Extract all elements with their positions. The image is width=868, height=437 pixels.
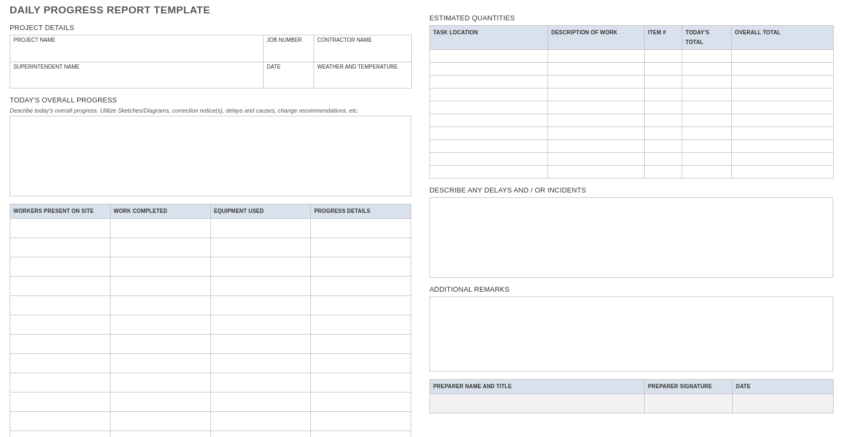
table-cell[interactable] bbox=[732, 101, 834, 114]
input-job-number[interactable] bbox=[264, 45, 314, 62]
table-cell[interactable] bbox=[311, 373, 411, 392]
table-cell[interactable] bbox=[210, 431, 311, 438]
table-cell[interactable] bbox=[110, 373, 210, 392]
table-cell[interactable] bbox=[682, 101, 732, 114]
table-cell[interactable] bbox=[732, 76, 834, 88]
table-cell[interactable] bbox=[10, 335, 111, 354]
table-cell[interactable] bbox=[645, 114, 682, 127]
table-cell[interactable] bbox=[430, 76, 548, 88]
table-cell[interactable] bbox=[548, 114, 645, 127]
table-cell[interactable] bbox=[110, 392, 210, 412]
table-cell[interactable] bbox=[732, 63, 834, 76]
table-cell[interactable] bbox=[430, 63, 548, 76]
table-cell[interactable] bbox=[548, 140, 645, 153]
table-cell[interactable] bbox=[311, 354, 411, 373]
table-cell[interactable] bbox=[110, 277, 210, 296]
table-cell[interactable] bbox=[210, 335, 311, 354]
table-cell[interactable] bbox=[311, 315, 411, 335]
table-cell[interactable] bbox=[430, 50, 548, 63]
table-cell[interactable] bbox=[10, 354, 111, 373]
table-cell[interactable] bbox=[732, 153, 834, 166]
table-cell[interactable] bbox=[548, 153, 645, 166]
table-cell[interactable] bbox=[311, 412, 411, 431]
table-cell[interactable] bbox=[430, 88, 548, 101]
table-cell[interactable] bbox=[210, 257, 311, 277]
table-cell[interactable] bbox=[210, 219, 311, 238]
table-cell[interactable] bbox=[548, 76, 645, 88]
table-cell[interactable] bbox=[430, 166, 548, 179]
table-cell[interactable] bbox=[682, 127, 732, 140]
table-cell[interactable] bbox=[645, 50, 682, 63]
table-cell[interactable] bbox=[110, 335, 210, 354]
table-cell[interactable] bbox=[732, 114, 834, 127]
preparer-date-cell[interactable] bbox=[733, 394, 834, 413]
table-cell[interactable] bbox=[110, 296, 210, 315]
table-cell[interactable] bbox=[311, 335, 411, 354]
table-cell[interactable] bbox=[732, 88, 834, 101]
table-cell[interactable] bbox=[430, 153, 548, 166]
table-cell[interactable] bbox=[311, 257, 411, 277]
table-cell[interactable] bbox=[10, 296, 111, 315]
table-cell[interactable] bbox=[311, 238, 411, 257]
input-contractor-name[interactable] bbox=[314, 45, 412, 62]
input-date[interactable] bbox=[264, 71, 314, 88]
table-cell[interactable] bbox=[682, 140, 732, 153]
table-cell[interactable] bbox=[682, 88, 732, 101]
table-cell[interactable] bbox=[548, 101, 645, 114]
input-project-name[interactable] bbox=[10, 45, 264, 62]
table-cell[interactable] bbox=[645, 76, 682, 88]
table-cell[interactable] bbox=[311, 277, 411, 296]
table-cell[interactable] bbox=[210, 296, 311, 315]
table-cell[interactable] bbox=[10, 412, 111, 431]
input-weather[interactable] bbox=[314, 71, 412, 88]
table-cell[interactable] bbox=[10, 238, 111, 257]
table-cell[interactable] bbox=[645, 101, 682, 114]
table-cell[interactable] bbox=[110, 219, 210, 238]
table-cell[interactable] bbox=[210, 277, 311, 296]
table-cell[interactable] bbox=[682, 76, 732, 88]
table-cell[interactable] bbox=[311, 431, 411, 438]
table-cell[interactable] bbox=[732, 166, 834, 179]
table-cell[interactable] bbox=[10, 431, 111, 438]
table-cell[interactable] bbox=[210, 392, 311, 412]
table-cell[interactable] bbox=[10, 392, 111, 412]
table-cell[interactable] bbox=[430, 140, 548, 153]
table-cell[interactable] bbox=[732, 50, 834, 63]
table-cell[interactable] bbox=[10, 219, 111, 238]
table-cell[interactable] bbox=[110, 238, 210, 257]
preparer-name-cell[interactable] bbox=[430, 394, 645, 413]
table-cell[interactable] bbox=[732, 127, 834, 140]
table-cell[interactable] bbox=[430, 114, 548, 127]
table-cell[interactable] bbox=[210, 238, 311, 257]
table-cell[interactable] bbox=[645, 140, 682, 153]
table-cell[interactable] bbox=[210, 354, 311, 373]
table-cell[interactable] bbox=[548, 88, 645, 101]
table-cell[interactable] bbox=[682, 114, 732, 127]
table-cell[interactable] bbox=[110, 412, 210, 431]
table-cell[interactable] bbox=[645, 166, 682, 179]
table-cell[interactable] bbox=[210, 412, 311, 431]
table-cell[interactable] bbox=[430, 127, 548, 140]
table-cell[interactable] bbox=[645, 127, 682, 140]
table-cell[interactable] bbox=[311, 219, 411, 238]
table-cell[interactable] bbox=[110, 315, 210, 335]
table-cell[interactable] bbox=[732, 140, 834, 153]
table-cell[interactable] bbox=[682, 166, 732, 179]
table-cell[interactable] bbox=[10, 315, 111, 335]
table-cell[interactable] bbox=[311, 296, 411, 315]
table-cell[interactable] bbox=[645, 88, 682, 101]
table-cell[interactable] bbox=[645, 63, 682, 76]
table-cell[interactable] bbox=[10, 373, 111, 392]
table-cell[interactable] bbox=[430, 101, 548, 114]
table-cell[interactable] bbox=[10, 277, 111, 296]
table-cell[interactable] bbox=[645, 153, 682, 166]
table-cell[interactable] bbox=[210, 315, 311, 335]
table-cell[interactable] bbox=[548, 50, 645, 63]
table-cell[interactable] bbox=[10, 257, 111, 277]
table-cell[interactable] bbox=[110, 431, 210, 438]
table-cell[interactable] bbox=[110, 354, 210, 373]
overall-progress-box[interactable] bbox=[10, 116, 411, 196]
table-cell[interactable] bbox=[682, 63, 732, 76]
table-cell[interactable] bbox=[210, 373, 311, 392]
table-cell[interactable] bbox=[548, 166, 645, 179]
